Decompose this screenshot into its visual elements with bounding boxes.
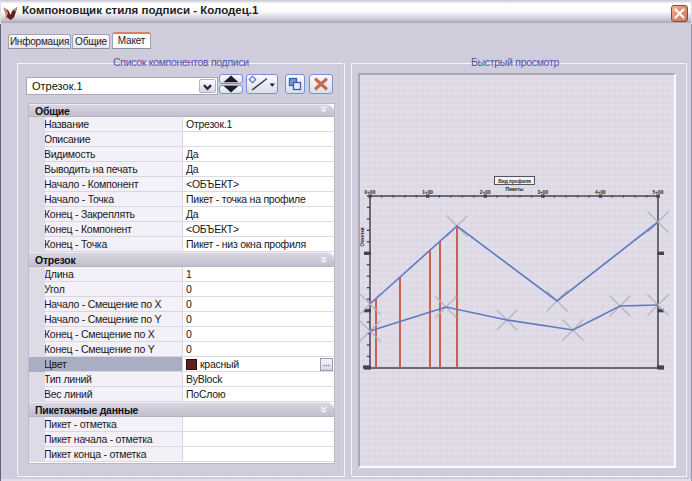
- svg-text:4+00: 4+00: [595, 190, 606, 195]
- svg-text:3+00: 3+00: [537, 190, 548, 195]
- svg-text:1+00: 1+00: [422, 190, 433, 195]
- svg-text:2+00: 2+00: [480, 190, 491, 195]
- svg-text:0+00: 0+00: [365, 190, 376, 195]
- svg-text:Отметки: Отметки: [360, 227, 365, 246]
- svg-text:5+00: 5+00: [653, 190, 664, 195]
- svg-text:Вид профиля: Вид профиля: [498, 178, 531, 184]
- svg-text:Пикеты: Пикеты: [506, 187, 524, 192]
